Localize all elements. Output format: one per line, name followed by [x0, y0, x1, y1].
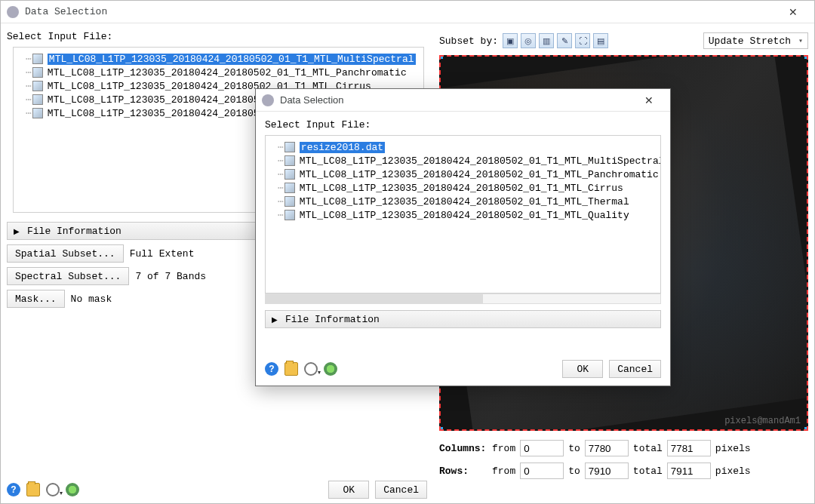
resize-handle-sw[interactable] [439, 427, 443, 431]
mask-button[interactable]: Mask... [7, 290, 65, 308]
resize-handle-nw[interactable] [439, 55, 443, 59]
columns-to-input[interactable] [585, 440, 629, 456]
file-icon [32, 54, 43, 64]
spectral-subset-value: 7 of 7 Bands [135, 271, 206, 282]
pixels-label: pixels [715, 443, 751, 454]
from-label: from [492, 466, 515, 477]
modal-select-label: Select Input File: [265, 119, 661, 131]
file-item[interactable]: ⋯MTL_LC08_L1TP_123035_20180424_20180502_… [17, 66, 420, 79]
subset-roi-icon[interactable]: ◎ [521, 33, 536, 48]
subset-full-icon[interactable]: ▣ [503, 33, 518, 48]
outer-ok-button[interactable]: OK [328, 481, 369, 499]
subset-geog-icon[interactable]: ⛶ [575, 33, 590, 48]
open-folder-icon[interactable] [284, 362, 298, 376]
file-info-label: File Information [27, 226, 121, 237]
tree-branch-icon: ⋯ [278, 155, 283, 167]
remote-open-icon[interactable] [66, 483, 79, 496]
file-icon [284, 142, 295, 152]
spatial-subset-button[interactable]: Spatial Subset... [7, 244, 124, 263]
open-folder-icon[interactable] [26, 483, 40, 496]
subset-file-icon[interactable]: ▤ [593, 33, 608, 48]
spatial-subset-value: Full Extent [130, 248, 195, 260]
chevron-down-icon: ▾ [318, 369, 321, 376]
modal-file-info-header[interactable]: ▶ File Information [265, 310, 661, 328]
tree-branch-icon: ⋯ [278, 182, 283, 194]
file-icon [32, 94, 43, 105]
file-name: MTL_LC08_L1TP_123035_20180424_20180502_0… [300, 183, 623, 194]
file-item[interactable]: ⋯MTL_LC08_L1TP_123035_20180424_20180502_… [17, 52, 420, 66]
select-input-label: Select Input File: [7, 31, 427, 42]
file-item[interactable]: ⋯resize2018.dat [269, 140, 657, 154]
inner-dialog: Data Selection ✕ Select Input File: ⋯res… [255, 88, 671, 386]
file-name: MTL_LC08_L1TP_123035_20180424_20180502_0… [300, 210, 629, 221]
resize-handle-se[interactable] [804, 427, 808, 431]
file-item[interactable]: ⋯MTL_LC08_L1TP_123035_20180424_20180502_… [269, 195, 657, 208]
outer-iconbar: ? ▾ [7, 483, 79, 496]
file-name: MTL_LC08_L1TP_123035_20180424_20180502_0… [300, 155, 661, 167]
close-icon[interactable]: ✕ [634, 94, 664, 106]
rows-total-input[interactable] [667, 463, 711, 479]
modal-cancel-button[interactable]: Cancel [609, 360, 661, 378]
tree-branch-icon: ⋯ [26, 107, 31, 119]
close-icon[interactable]: ✕ [778, 6, 808, 18]
settings-icon[interactable]: ▾ [46, 483, 60, 496]
resize-handle-ne[interactable] [804, 55, 808, 59]
file-icon [284, 155, 295, 166]
columns-total-input[interactable] [667, 440, 711, 456]
to-label: to [568, 466, 580, 477]
update-stretch-select[interactable]: Update Stretch ▾ [703, 32, 808, 49]
chevron-down-icon: ▾ [60, 490, 63, 496]
file-icon [284, 210, 295, 220]
remote-open-icon[interactable] [324, 362, 337, 376]
modal-iconbar: ? ▾ [265, 362, 337, 376]
tree-branch-icon: ⋯ [278, 195, 283, 207]
file-name: MTL_LC08_L1TP_123035_20180424_20180502_0… [48, 54, 416, 65]
help-icon[interactable]: ? [7, 483, 20, 496]
tree-branch-icon: ⋯ [278, 141, 283, 153]
file-item[interactable]: ⋯MTL_LC08_L1TP_123035_20180424_20180502_… [269, 181, 657, 195]
app-icon [7, 6, 19, 18]
file-item[interactable]: ⋯MTL_LC08_L1TP_123035_20180424_20180502_… [269, 154, 657, 167]
rows-to-input[interactable] [585, 463, 629, 479]
right-toolbar: Subset by: ▣ ◎ ▥ ✎ ⛶ ▤ Update Stretch ▾ [439, 32, 808, 49]
scrollbar-thumb[interactable] [266, 294, 483, 303]
columns-from-input[interactable] [520, 440, 564, 456]
modal-ok-button[interactable]: OK [562, 360, 603, 378]
outer-cancel-button[interactable]: Cancel [375, 481, 427, 499]
file-item[interactable]: ⋯MTL_LC08_L1TP_123035_20180424_20180502_… [269, 208, 657, 222]
subset-vector-icon[interactable]: ✎ [557, 33, 572, 48]
watermark: pixels@mandAm1 [724, 416, 801, 426]
file-icon [284, 183, 295, 193]
horizontal-scrollbar[interactable] [265, 293, 661, 304]
file-name: MTL_LC08_L1TP_123035_20180424_20180502_0… [300, 169, 659, 180]
file-icon [32, 81, 43, 91]
outer-bottom-bar: ? ▾ OK Cancel [7, 481, 427, 499]
file-info-label: File Information [285, 314, 380, 325]
modal-title: Data Selection [280, 94, 634, 106]
settings-icon[interactable]: ▾ [304, 362, 318, 376]
columns-row: Columns: from to total pixels [439, 440, 808, 456]
subset-image-icon[interactable]: ▥ [539, 33, 554, 48]
rows-row: Rows: from to total pixels [439, 463, 808, 479]
tree-branch-icon: ⋯ [26, 53, 31, 65]
modal-footer: ? ▾ OK Cancel [265, 360, 661, 378]
modal-file-tree[interactable]: ⋯resize2018.dat⋯MTL_LC08_L1TP_123035_201… [265, 135, 661, 293]
file-icon [32, 108, 43, 118]
dimensions-panel: Columns: from to total pixels Rows: from… [439, 440, 808, 479]
tree-branch-icon: ⋯ [26, 94, 31, 106]
file-item[interactable]: ⋯MTL_LC08_L1TP_123035_20180424_20180502_… [269, 167, 657, 181]
rows-from-input[interactable] [520, 463, 564, 479]
file-name: MTL_LC08_L1TP_123035_20180424_20180502_0… [48, 67, 407, 78]
from-label: from [492, 443, 515, 454]
modal-body: Select Input File: ⋯resize2018.dat⋯MTL_L… [256, 112, 670, 328]
app-icon [262, 94, 274, 106]
total-label: total [633, 443, 663, 454]
columns-label: Columns: [439, 443, 487, 454]
total-label: total [633, 466, 663, 477]
chevron-down-icon: ▾ [798, 36, 803, 45]
file-icon [32, 67, 43, 78]
subset-by-label: Subset by: [439, 35, 498, 47]
spectral-subset-button[interactable]: Spectral Subset... [7, 267, 129, 285]
pixels-label: pixels [715, 466, 751, 477]
help-icon[interactable]: ? [265, 362, 278, 376]
